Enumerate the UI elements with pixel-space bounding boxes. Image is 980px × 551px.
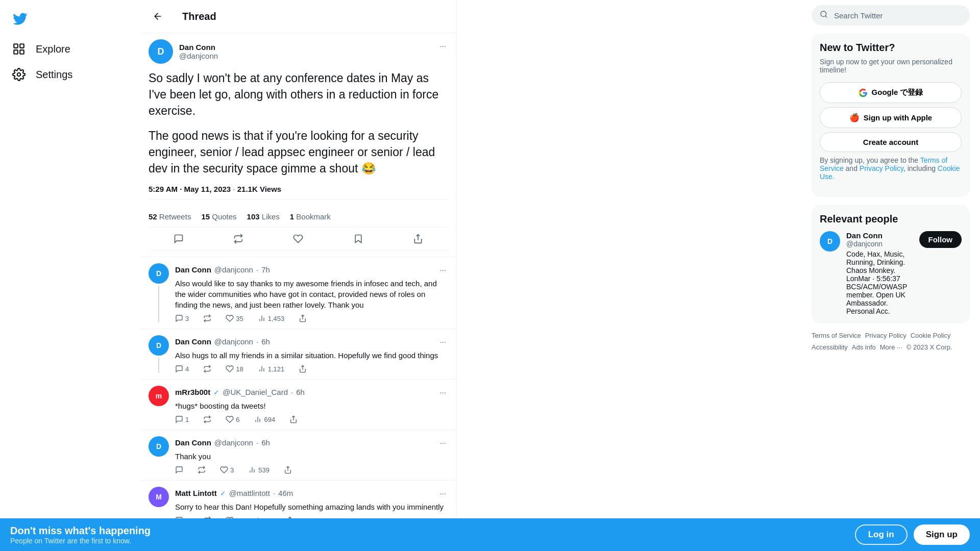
- reply-reply-r4[interactable]: [175, 466, 183, 474]
- back-button[interactable]: [149, 7, 167, 26]
- reply-views-r4[interactable]: 539: [248, 466, 270, 474]
- reply-more-r5[interactable]: ···: [437, 487, 448, 499]
- reply-tweet-r3: m mRr3b00t ✓ @UK_Daniel_Card · 6h ··· *h…: [140, 380, 456, 430]
- retweets-stat[interactable]: 52 Retweets: [149, 212, 191, 221]
- reply-retweet-r2[interactable]: [203, 365, 211, 373]
- reply-retweet-r4[interactable]: [198, 466, 206, 474]
- main-tweet-author-name[interactable]: Dan Conn: [179, 43, 218, 52]
- reply-avatar-r2[interactable]: D: [149, 335, 169, 356]
- reply-name-r5[interactable]: Matt Lintott: [175, 489, 217, 497]
- retweet-action[interactable]: [229, 230, 248, 248]
- footer-cookie[interactable]: Cookie Policy: [911, 332, 951, 339]
- reply-avatar-r5[interactable]: M: [149, 487, 169, 507]
- tweet-stats: 52 Retweets 15 Quotes 103 Likes 1 Bookma…: [149, 206, 448, 228]
- tweet-author-info: D Dan Conn @danjconn: [149, 39, 218, 64]
- svg-rect-1: [20, 44, 24, 48]
- footer-ads[interactable]: Ads info: [852, 343, 876, 351]
- reply-retweet-r3[interactable]: [203, 415, 211, 423]
- google-signup-button[interactable]: Google で登録: [820, 82, 962, 103]
- reply-share-r2[interactable]: [299, 365, 307, 373]
- reply-like-r1[interactable]: 35: [226, 314, 243, 322]
- footer-more[interactable]: More ···: [880, 343, 902, 351]
- bookmark-action[interactable]: [349, 230, 368, 248]
- follow-button[interactable]: Follow: [919, 231, 962, 248]
- reply-name-r2[interactable]: Dan Conn: [175, 337, 211, 346]
- reply-handle-r5: @mattlintott: [229, 489, 270, 497]
- thread-line-r1: [158, 286, 159, 322]
- search-icon: [820, 10, 828, 20]
- reply-more-r1[interactable]: ···: [437, 263, 448, 276]
- sidebar-item-explore[interactable]: Explore: [6, 36, 79, 62]
- main-tweet-more-btn[interactable]: ···: [437, 39, 448, 52]
- footer-privacy[interactable]: Privacy Policy: [865, 332, 906, 339]
- reply-more-r2[interactable]: ···: [437, 335, 448, 348]
- reply-handle-r2: @danjconn: [214, 337, 253, 346]
- bookmarks-stat[interactable]: 1 Bookmark: [290, 212, 331, 221]
- search-input[interactable]: [834, 11, 962, 20]
- reply-avatar-r4[interactable]: D: [149, 436, 169, 457]
- reply-avatar-r3[interactable]: m: [149, 386, 169, 406]
- reply-name-r3[interactable]: mRr3b00t: [175, 388, 210, 396]
- search-box[interactable]: [812, 5, 970, 26]
- sidebar-item-settings[interactable]: Settings: [6, 62, 79, 87]
- person-avatar[interactable]: D: [820, 231, 840, 252]
- main-tweet: D Dan Conn @danjconn ··· So sadly I won'…: [140, 33, 456, 257]
- reply-more-r4[interactable]: ···: [437, 436, 448, 449]
- login-button[interactable]: Log in: [855, 524, 908, 545]
- settings-icon: [12, 68, 26, 81]
- reply-time-r3: 6h: [296, 388, 305, 396]
- reply-time-r5: 46m: [278, 489, 293, 497]
- reply-views-r1[interactable]: 1,453: [258, 314, 285, 322]
- reply-reply-r3[interactable]: 1: [175, 415, 189, 423]
- reply-like-r3[interactable]: 6: [226, 415, 239, 423]
- reply-time-r2: 6h: [261, 337, 270, 346]
- person-bio: Code, Hax, Music, Running, Drinking. Cha…: [846, 250, 913, 315]
- reply-share-r4[interactable]: [284, 466, 292, 474]
- reply-tweet-r1: D Dan Conn @danjconn · 7h ··· Also would…: [140, 257, 456, 329]
- share-action[interactable]: [409, 230, 427, 248]
- footer-terms[interactable]: Terms of Service: [812, 332, 861, 339]
- reply-name-r1[interactable]: Dan Conn: [175, 265, 211, 274]
- main-tweet-text: So sadly I won't be at any conference da…: [149, 70, 448, 177]
- main-tweet-avatar[interactable]: D: [149, 39, 173, 64]
- reply-text-r5: Sorry to hear this Dan! Hopefully someth…: [175, 502, 448, 512]
- explore-label: Explore: [36, 43, 70, 55]
- svg-rect-3: [20, 50, 24, 54]
- verified-badge-r5: ✓: [220, 489, 226, 497]
- like-action[interactable]: [289, 230, 307, 248]
- footer-accessibility[interactable]: Accessibility: [812, 343, 848, 351]
- google-icon: [859, 88, 868, 97]
- create-account-button[interactable]: Create account: [820, 132, 962, 152]
- likes-stat[interactable]: 103 Likes: [247, 212, 280, 221]
- reply-tweet-r4: D Dan Conn @danjconn · 6h ··· Thank you: [140, 430, 456, 481]
- reply-more-r3[interactable]: ···: [437, 386, 448, 398]
- reply-name-r4[interactable]: Dan Conn: [175, 438, 211, 447]
- svg-point-4: [17, 73, 21, 77]
- reply-like-r2[interactable]: 18: [226, 365, 243, 373]
- tweet-metadata: 5:29 AM · May 11, 2023 · 21.1K Views: [149, 185, 448, 200]
- main-tweet-author-handle[interactable]: @danjconn: [179, 52, 218, 60]
- reply-views-r3[interactable]: 694: [254, 415, 275, 423]
- reply-avatar-r1[interactable]: D: [149, 263, 169, 284]
- reply-reply-r1[interactable]: 3: [175, 314, 189, 322]
- quotes-stat[interactable]: 15 Quotes: [201, 212, 236, 221]
- apple-signup-button[interactable]: 🍎 Sign up with Apple: [820, 107, 962, 128]
- privacy-link[interactable]: Privacy Policy: [860, 164, 903, 172]
- reply-share-r1[interactable]: [299, 314, 307, 322]
- reply-text-r2: Also hugs to all my friends in a similar…: [175, 350, 448, 361]
- reply-like-r4[interactable]: 3: [220, 466, 234, 474]
- tweet-author-row: D Dan Conn @danjconn ···: [149, 39, 448, 64]
- reply-views-r2[interactable]: 1,121: [258, 365, 285, 373]
- twitter-logo[interactable]: [6, 5, 34, 34]
- left-sidebar: Explore Settings: [0, 0, 140, 551]
- auth-terms: By signing up, you agree to the Terms of…: [820, 156, 962, 181]
- reply-share-r3[interactable]: [289, 415, 298, 423]
- signup-button[interactable]: Sign up: [914, 524, 970, 545]
- thread-header: Thread: [140, 0, 456, 33]
- person-name[interactable]: Dan Conn: [846, 231, 913, 240]
- thread-line-r2: [158, 358, 159, 373]
- reply-retweet-r1[interactable]: [203, 314, 211, 322]
- reply-action[interactable]: [169, 230, 188, 248]
- reply-reply-r2[interactable]: 4: [175, 365, 189, 373]
- new-twitter-title: New to Twitter?: [820, 42, 962, 54]
